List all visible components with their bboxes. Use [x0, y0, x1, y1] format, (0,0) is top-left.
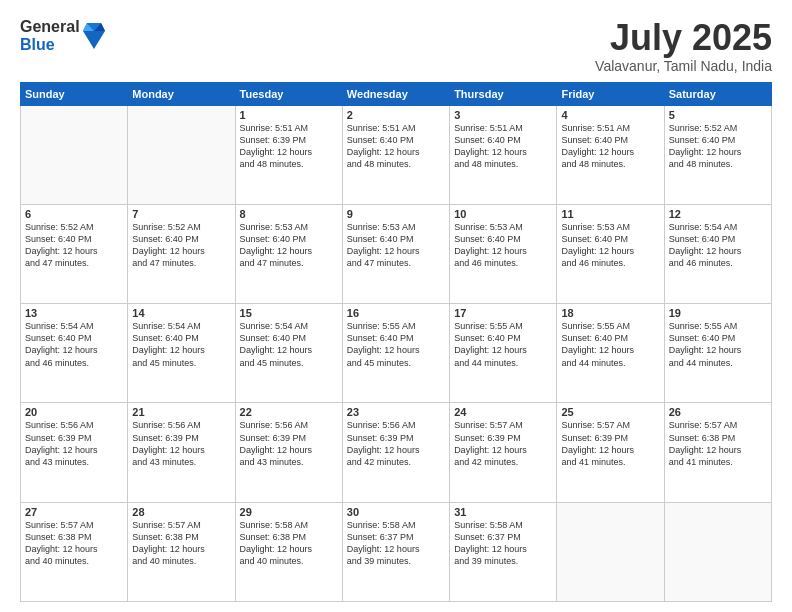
day-cell-14: 14Sunrise: 5:54 AMSunset: 6:40 PMDayligh…	[128, 304, 235, 403]
logo-text: General Blue	[20, 18, 80, 53]
day-cell-31: 31Sunrise: 5:58 AMSunset: 6:37 PMDayligh…	[450, 502, 557, 601]
day-info: Sunrise: 5:54 AMSunset: 6:40 PMDaylight:…	[240, 320, 338, 369]
logo-general: General	[20, 18, 80, 36]
day-cell-23: 23Sunrise: 5:56 AMSunset: 6:39 PMDayligh…	[342, 403, 449, 502]
week-row-1: 1Sunrise: 5:51 AMSunset: 6:39 PMDaylight…	[21, 105, 772, 204]
logo: General Blue	[20, 18, 105, 53]
day-info: Sunrise: 5:58 AMSunset: 6:38 PMDaylight:…	[240, 519, 338, 568]
day-info: Sunrise: 5:53 AMSunset: 6:40 PMDaylight:…	[240, 221, 338, 270]
day-cell-20: 20Sunrise: 5:56 AMSunset: 6:39 PMDayligh…	[21, 403, 128, 502]
day-number: 16	[347, 307, 445, 319]
day-cell-9: 9Sunrise: 5:53 AMSunset: 6:40 PMDaylight…	[342, 204, 449, 303]
day-info: Sunrise: 5:53 AMSunset: 6:40 PMDaylight:…	[561, 221, 659, 270]
day-info: Sunrise: 5:55 AMSunset: 6:40 PMDaylight:…	[454, 320, 552, 369]
day-number: 7	[132, 208, 230, 220]
day-cell-28: 28Sunrise: 5:57 AMSunset: 6:38 PMDayligh…	[128, 502, 235, 601]
day-info: Sunrise: 5:57 AMSunset: 6:39 PMDaylight:…	[454, 419, 552, 468]
week-row-2: 6Sunrise: 5:52 AMSunset: 6:40 PMDaylight…	[21, 204, 772, 303]
day-number: 24	[454, 406, 552, 418]
day-number: 12	[669, 208, 767, 220]
day-cell-11: 11Sunrise: 5:53 AMSunset: 6:40 PMDayligh…	[557, 204, 664, 303]
day-info: Sunrise: 5:54 AMSunset: 6:40 PMDaylight:…	[669, 221, 767, 270]
day-info: Sunrise: 5:52 AMSunset: 6:40 PMDaylight:…	[669, 122, 767, 171]
day-cell-5: 5Sunrise: 5:52 AMSunset: 6:40 PMDaylight…	[664, 105, 771, 204]
day-number: 31	[454, 506, 552, 518]
page: General Blue July 2025 Valavanur, Tamil …	[0, 0, 792, 612]
week-row-4: 20Sunrise: 5:56 AMSunset: 6:39 PMDayligh…	[21, 403, 772, 502]
day-number: 19	[669, 307, 767, 319]
day-number: 25	[561, 406, 659, 418]
day-cell-12: 12Sunrise: 5:54 AMSunset: 6:40 PMDayligh…	[664, 204, 771, 303]
day-cell-16: 16Sunrise: 5:55 AMSunset: 6:40 PMDayligh…	[342, 304, 449, 403]
weekday-header-row: SundayMondayTuesdayWednesdayThursdayFrid…	[21, 82, 772, 105]
day-cell-17: 17Sunrise: 5:55 AMSunset: 6:40 PMDayligh…	[450, 304, 557, 403]
weekday-header-saturday: Saturday	[664, 82, 771, 105]
logo-blue: Blue	[20, 36, 80, 54]
day-info: Sunrise: 5:58 AMSunset: 6:37 PMDaylight:…	[454, 519, 552, 568]
empty-cell	[21, 105, 128, 204]
day-info: Sunrise: 5:57 AMSunset: 6:38 PMDaylight:…	[132, 519, 230, 568]
day-number: 3	[454, 109, 552, 121]
day-number: 22	[240, 406, 338, 418]
weekday-header-friday: Friday	[557, 82, 664, 105]
day-info: Sunrise: 5:55 AMSunset: 6:40 PMDaylight:…	[669, 320, 767, 369]
day-cell-1: 1Sunrise: 5:51 AMSunset: 6:39 PMDaylight…	[235, 105, 342, 204]
day-info: Sunrise: 5:55 AMSunset: 6:40 PMDaylight:…	[347, 320, 445, 369]
day-number: 8	[240, 208, 338, 220]
day-number: 1	[240, 109, 338, 121]
day-number: 17	[454, 307, 552, 319]
day-cell-7: 7Sunrise: 5:52 AMSunset: 6:40 PMDaylight…	[128, 204, 235, 303]
day-number: 21	[132, 406, 230, 418]
day-info: Sunrise: 5:52 AMSunset: 6:40 PMDaylight:…	[132, 221, 230, 270]
day-number: 29	[240, 506, 338, 518]
day-cell-24: 24Sunrise: 5:57 AMSunset: 6:39 PMDayligh…	[450, 403, 557, 502]
day-info: Sunrise: 5:57 AMSunset: 6:38 PMDaylight:…	[25, 519, 123, 568]
day-number: 6	[25, 208, 123, 220]
day-number: 13	[25, 307, 123, 319]
day-number: 23	[347, 406, 445, 418]
day-number: 28	[132, 506, 230, 518]
day-info: Sunrise: 5:56 AMSunset: 6:39 PMDaylight:…	[132, 419, 230, 468]
day-cell-15: 15Sunrise: 5:54 AMSunset: 6:40 PMDayligh…	[235, 304, 342, 403]
day-cell-22: 22Sunrise: 5:56 AMSunset: 6:39 PMDayligh…	[235, 403, 342, 502]
title-block: July 2025 Valavanur, Tamil Nadu, India	[595, 18, 772, 74]
day-info: Sunrise: 5:51 AMSunset: 6:40 PMDaylight:…	[347, 122, 445, 171]
day-number: 4	[561, 109, 659, 121]
header: General Blue July 2025 Valavanur, Tamil …	[20, 18, 772, 74]
day-info: Sunrise: 5:55 AMSunset: 6:40 PMDaylight:…	[561, 320, 659, 369]
day-info: Sunrise: 5:52 AMSunset: 6:40 PMDaylight:…	[25, 221, 123, 270]
day-info: Sunrise: 5:51 AMSunset: 6:40 PMDaylight:…	[454, 122, 552, 171]
day-info: Sunrise: 5:56 AMSunset: 6:39 PMDaylight:…	[347, 419, 445, 468]
day-cell-2: 2Sunrise: 5:51 AMSunset: 6:40 PMDaylight…	[342, 105, 449, 204]
weekday-header-monday: Monday	[128, 82, 235, 105]
logo-icon	[83, 21, 105, 51]
day-info: Sunrise: 5:53 AMSunset: 6:40 PMDaylight:…	[347, 221, 445, 270]
day-cell-6: 6Sunrise: 5:52 AMSunset: 6:40 PMDaylight…	[21, 204, 128, 303]
day-info: Sunrise: 5:56 AMSunset: 6:39 PMDaylight:…	[240, 419, 338, 468]
day-number: 26	[669, 406, 767, 418]
day-info: Sunrise: 5:53 AMSunset: 6:40 PMDaylight:…	[454, 221, 552, 270]
day-info: Sunrise: 5:51 AMSunset: 6:39 PMDaylight:…	[240, 122, 338, 171]
day-number: 10	[454, 208, 552, 220]
day-cell-25: 25Sunrise: 5:57 AMSunset: 6:39 PMDayligh…	[557, 403, 664, 502]
day-cell-18: 18Sunrise: 5:55 AMSunset: 6:40 PMDayligh…	[557, 304, 664, 403]
day-number: 18	[561, 307, 659, 319]
day-cell-13: 13Sunrise: 5:54 AMSunset: 6:40 PMDayligh…	[21, 304, 128, 403]
day-info: Sunrise: 5:57 AMSunset: 6:38 PMDaylight:…	[669, 419, 767, 468]
day-cell-27: 27Sunrise: 5:57 AMSunset: 6:38 PMDayligh…	[21, 502, 128, 601]
empty-cell	[128, 105, 235, 204]
month-title: July 2025	[595, 18, 772, 58]
day-cell-21: 21Sunrise: 5:56 AMSunset: 6:39 PMDayligh…	[128, 403, 235, 502]
day-cell-29: 29Sunrise: 5:58 AMSunset: 6:38 PMDayligh…	[235, 502, 342, 601]
day-number: 30	[347, 506, 445, 518]
day-cell-4: 4Sunrise: 5:51 AMSunset: 6:40 PMDaylight…	[557, 105, 664, 204]
day-number: 11	[561, 208, 659, 220]
calendar: SundayMondayTuesdayWednesdayThursdayFrid…	[20, 82, 772, 602]
day-info: Sunrise: 5:54 AMSunset: 6:40 PMDaylight:…	[25, 320, 123, 369]
day-cell-19: 19Sunrise: 5:55 AMSunset: 6:40 PMDayligh…	[664, 304, 771, 403]
day-cell-8: 8Sunrise: 5:53 AMSunset: 6:40 PMDaylight…	[235, 204, 342, 303]
day-number: 27	[25, 506, 123, 518]
day-info: Sunrise: 5:56 AMSunset: 6:39 PMDaylight:…	[25, 419, 123, 468]
day-number: 5	[669, 109, 767, 121]
weekday-header-tuesday: Tuesday	[235, 82, 342, 105]
